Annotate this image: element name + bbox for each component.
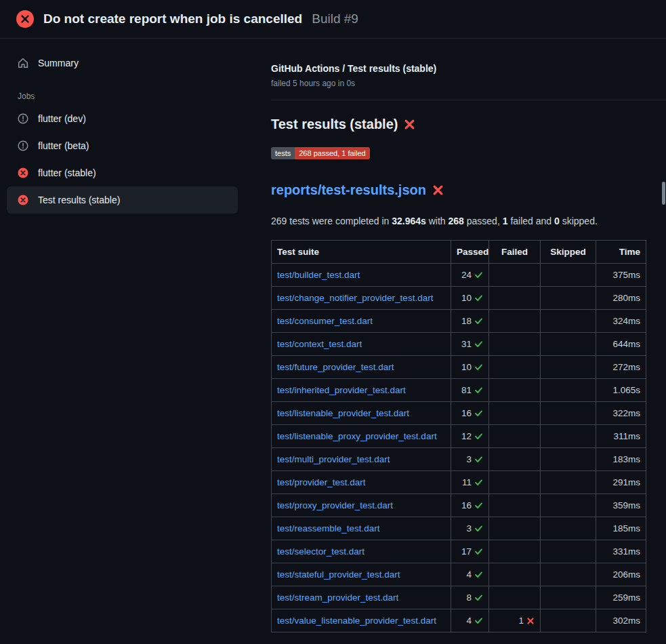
skipped-cell	[541, 333, 596, 356]
suite-cell: test/provider_test.dart	[272, 471, 451, 494]
skipped-cell	[541, 494, 596, 517]
time-cell: 183ms	[596, 448, 646, 471]
failed-x-icon	[432, 184, 444, 196]
failed-status-icon	[18, 167, 28, 178]
report-heading: reports/test-results.json	[271, 182, 666, 198]
time-cell: 644ms	[596, 333, 646, 356]
col-header-failed: Failed	[489, 241, 541, 264]
skipped-cell	[541, 448, 596, 471]
summary-skipped-count: 0	[554, 216, 560, 226]
job-label: flutter (beta)	[38, 139, 89, 153]
sidebar-item-summary[interactable]: Summary	[7, 52, 238, 74]
badge-label: tests	[271, 147, 295, 159]
failed-cell	[489, 425, 541, 448]
check-icon	[474, 455, 483, 464]
badge-value: 268 passed, 1 failed	[295, 147, 369, 159]
suite-cell: test/future_provider_test.dart	[272, 356, 451, 379]
divider	[271, 100, 666, 100]
jobs-section-label: Jobs	[18, 92, 238, 101]
table-row: test/stream_provider_test.dart8259ms	[272, 586, 646, 609]
job-label: flutter (stable)	[38, 166, 96, 180]
breadcrumb: GitHub Actions / Test results (stable)	[271, 63, 666, 75]
summary-text: failed and	[508, 216, 555, 226]
test-suite-link[interactable]: test/consumer_test.dart	[277, 316, 373, 326]
sidebar-item-test-results-stable[interactable]: Test results (stable)	[7, 186, 238, 214]
test-suite-link[interactable]: test/selector_test.dart	[277, 546, 365, 557]
test-suite-link[interactable]: test/change_notifier_provider_test.dart	[277, 293, 433, 303]
suite-cell: test/selector_test.dart	[272, 540, 451, 563]
test-suite-link[interactable]: test/listenable_proxy_provider_test.dart	[277, 431, 437, 441]
failed-cell	[489, 448, 541, 471]
run-status-line: failed 5 hours ago in 0s	[271, 79, 666, 88]
passed-cell: 11	[451, 471, 489, 494]
skipped-cell	[541, 540, 596, 563]
section-title-text: Test results (stable)	[271, 117, 398, 132]
check-icon	[474, 270, 483, 279]
test-suite-link[interactable]: test/context_test.dart	[277, 339, 362, 349]
skipped-cell	[541, 310, 596, 333]
col-header-test-suite: Test suite	[272, 241, 451, 264]
scrollbar-thumb[interactable]	[662, 182, 665, 205]
passed-cell: 10	[451, 287, 489, 310]
passed-cell: 4	[451, 609, 489, 632]
failed-cell	[489, 494, 541, 517]
summary-text: passed,	[464, 216, 503, 226]
skipped-cell	[541, 356, 596, 379]
table-row: test/builder_test.dart24375ms	[272, 264, 646, 287]
test-suite-link[interactable]: test/builder_test.dart	[277, 270, 360, 280]
table-row: test/proxy_provider_test.dart16359ms	[272, 494, 646, 517]
skipped-cell	[541, 264, 596, 287]
passed-cell: 3	[451, 448, 489, 471]
col-header-skipped: Skipped	[541, 241, 596, 264]
skipped-cell	[541, 402, 596, 425]
main-panel: GitHub Actions / Test results (stable) f…	[249, 39, 666, 632]
skipped-cell	[541, 287, 596, 310]
time-cell: 375ms	[596, 264, 646, 287]
check-icon	[474, 294, 483, 302]
test-suite-link[interactable]: test/inherited_provider_test.dart	[277, 385, 406, 395]
suite-cell: test/stateful_provider_test.dart	[272, 563, 451, 586]
table-row: test/listenable_proxy_provider_test.dart…	[272, 425, 646, 448]
skipped-cell	[541, 586, 596, 609]
summary-text: 269 tests were completed in	[271, 216, 392, 226]
check-icon	[474, 432, 483, 441]
time-cell: 185ms	[596, 517, 646, 540]
failed-cell	[489, 540, 541, 563]
failed-cell	[489, 287, 541, 310]
test-suite-link[interactable]: test/future_provider_test.dart	[277, 362, 394, 372]
failed-cell	[489, 333, 541, 356]
test-suite-link[interactable]: test/listenable_provider_test.dart	[277, 408, 409, 418]
table-row: test/stateful_provider_test.dart4206ms	[272, 563, 646, 586]
report-link[interactable]: reports/test-results.json	[271, 182, 426, 198]
sidebar-item-flutter-dev[interactable]: flutter (dev)	[7, 105, 238, 132]
test-suite-link[interactable]: test/multi_provider_test.dart	[277, 454, 390, 464]
passed-cell: 3	[451, 517, 489, 540]
test-suite-link[interactable]: test/value_listenable_provider_test.dart	[277, 616, 436, 626]
skipped-cell	[541, 425, 596, 448]
build-number: Build #9	[312, 12, 358, 26]
check-icon	[474, 363, 483, 371]
check-icon	[474, 409, 483, 418]
table-row: test/listenable_provider_test.dart16322m…	[272, 402, 646, 425]
failed-cell	[489, 402, 541, 425]
test-suite-link[interactable]: test/stream_provider_test.dart	[277, 592, 398, 603]
test-suite-link[interactable]: test/stateful_provider_test.dart	[277, 569, 400, 580]
run-failed-status-icon	[16, 10, 34, 28]
page-layout: Summary Jobs flutter (dev) flutter (beta…	[0, 39, 666, 632]
check-icon	[474, 501, 483, 510]
sidebar-item-flutter-beta[interactable]: flutter (beta)	[7, 132, 238, 159]
skipped-cell	[541, 609, 596, 632]
suite-cell: test/consumer_test.dart	[272, 310, 451, 333]
test-suite-link[interactable]: test/reassemble_test.dart	[277, 523, 380, 534]
cancelled-status-icon	[18, 113, 28, 124]
check-icon	[474, 547, 483, 556]
tests-badge: tests268 passed, 1 failed	[271, 147, 370, 159]
table-row: test/change_notifier_provider_test.dart1…	[272, 287, 646, 310]
failed-cell	[489, 517, 541, 540]
test-suite-link[interactable]: test/provider_test.dart	[277, 477, 366, 487]
suite-cell: test/reassemble_test.dart	[272, 517, 451, 540]
table-header-row: Test suite Passed Failed Skipped Time	[272, 241, 646, 264]
skipped-cell	[541, 517, 596, 540]
sidebar-item-flutter-stable[interactable]: flutter (stable)	[7, 159, 238, 186]
test-suite-link[interactable]: test/proxy_provider_test.dart	[277, 500, 393, 510]
